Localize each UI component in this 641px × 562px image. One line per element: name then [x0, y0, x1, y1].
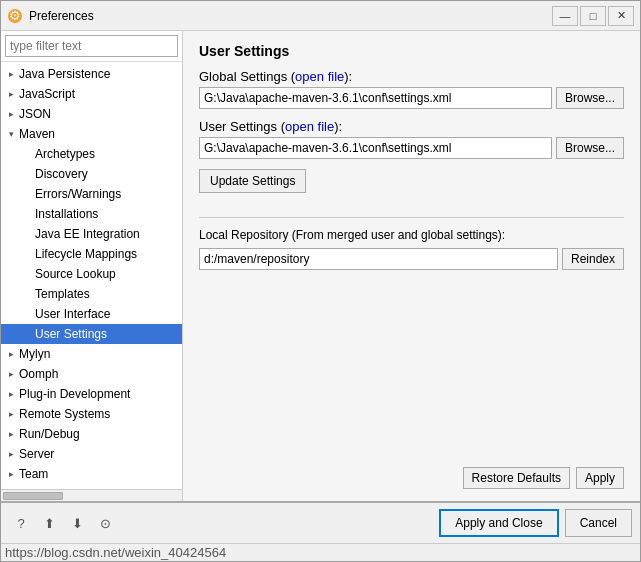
reindex-button[interactable]: Reindex	[562, 248, 624, 270]
close-button[interactable]: ✕	[608, 6, 634, 26]
tree-item-team[interactable]: ▸Team	[1, 464, 182, 484]
apply-button[interactable]: Apply	[576, 467, 624, 489]
user-settings-label: User Settings (open file):	[199, 119, 624, 134]
tree-expander-source-lookup	[21, 268, 33, 280]
tree-item-java-persistence[interactable]: ▸Java Persistence	[1, 64, 182, 84]
tree-expander-archetypes	[21, 148, 33, 160]
tree-label-json: JSON	[19, 107, 51, 121]
update-settings-container: Update Settings	[199, 169, 624, 193]
tree-label-team: Team	[19, 467, 48, 481]
status-bar: https://blog.csdn.net/weixin_40424564	[1, 543, 640, 561]
settings-button[interactable]: ⊙	[93, 511, 117, 535]
tree-expander-templates	[21, 288, 33, 300]
tree-expander-team: ▸	[5, 468, 17, 480]
tree-item-mylyn[interactable]: ▸Mylyn	[1, 344, 182, 364]
export-button[interactable]: ⬆	[37, 511, 61, 535]
update-settings-button[interactable]: Update Settings	[199, 169, 306, 193]
tree-label-javascript: JavaScript	[19, 87, 75, 101]
global-settings-row: Browse...	[199, 87, 624, 109]
tree-item-javascript[interactable]: ▸JavaScript	[1, 84, 182, 104]
user-open-file-link[interactable]: open file	[285, 119, 334, 134]
window-icon: ⚙	[7, 8, 23, 24]
tree-expander-oomph: ▸	[5, 368, 17, 380]
restore-defaults-button[interactable]: Restore Defaults	[463, 467, 570, 489]
local-repo-input[interactable]	[199, 248, 558, 270]
help-button[interactable]: ?	[9, 511, 33, 535]
filter-input[interactable]	[5, 35, 178, 57]
maximize-button[interactable]: □	[580, 6, 606, 26]
tree-label-maven: Maven	[19, 127, 55, 141]
tree-item-source-lookup[interactable]: Source Lookup	[1, 264, 182, 284]
tree-expander-installations	[21, 208, 33, 220]
tree-expander-user-settings	[21, 328, 33, 340]
tree-label-remote-systems: Remote Systems	[19, 407, 110, 421]
spacer	[199, 280, 624, 457]
tree-expander-mylyn: ▸	[5, 348, 17, 360]
tree-label-errors-warnings: Errors/Warnings	[35, 187, 121, 201]
tree-label-lifecycle-mappings: Lifecycle Mappings	[35, 247, 137, 261]
title-bar: ⚙ Preferences — □ ✕	[1, 1, 640, 31]
scrollbar-thumb	[3, 492, 63, 500]
right-panel: User Settings Global Settings (open file…	[183, 31, 640, 501]
tree-item-discovery[interactable]: Discovery	[1, 164, 182, 184]
minimize-button[interactable]: —	[552, 6, 578, 26]
settings-icon: ⊙	[100, 516, 111, 531]
tree-expander-maven: ▾	[5, 128, 17, 140]
tree-item-user-settings[interactable]: User Settings	[1, 324, 182, 344]
local-repo-group: Local Repository (From merged user and g…	[199, 228, 624, 270]
tree-item-json[interactable]: ▸JSON	[1, 104, 182, 124]
tree-container: ▸Java Persistence▸JavaScript▸JSON▾MavenA…	[1, 62, 182, 489]
tree-expander-discovery	[21, 168, 33, 180]
tree-item-user-interface[interactable]: User Interface	[1, 304, 182, 324]
tree-item-oomph[interactable]: ▸Oomph	[1, 364, 182, 384]
tree-item-server[interactable]: ▸Server	[1, 444, 182, 464]
tree-label-discovery: Discovery	[35, 167, 88, 181]
tree-item-remote-systems[interactable]: ▸Remote Systems	[1, 404, 182, 424]
global-settings-label: Global Settings (open file):	[199, 69, 624, 84]
tree-item-templates[interactable]: Templates	[1, 284, 182, 304]
tree-item-maven[interactable]: ▾Maven	[1, 124, 182, 144]
tree-label-mylyn: Mylyn	[19, 347, 50, 361]
tree-label-oomph: Oomph	[19, 367, 58, 381]
filter-container	[1, 31, 182, 62]
tree-expander-errors-warnings	[21, 188, 33, 200]
help-icon: ?	[17, 516, 24, 531]
global-open-file-link[interactable]: open file	[295, 69, 344, 84]
apply-and-close-button[interactable]: Apply and Close	[439, 509, 558, 537]
window-title: Preferences	[29, 9, 552, 23]
user-settings-row: Browse...	[199, 137, 624, 159]
tree-expander-java-persistence: ▸	[5, 68, 17, 80]
global-settings-input[interactable]	[199, 87, 552, 109]
tree-item-run-debug[interactable]: ▸Run/Debug	[1, 424, 182, 444]
right-bottom-bar: Restore Defaults Apply	[199, 457, 624, 489]
tree-label-templates: Templates	[35, 287, 90, 301]
tree-item-lifecycle-mappings[interactable]: Lifecycle Mappings	[1, 244, 182, 264]
tree-expander-remote-systems: ▸	[5, 408, 17, 420]
import-button[interactable]: ⬇	[65, 511, 89, 535]
tree-item-plugin-development[interactable]: ▸Plug-in Development	[1, 384, 182, 404]
tree-label-java-ee-integration: Java EE Integration	[35, 227, 140, 241]
main-content: ▸Java Persistence▸JavaScript▸JSON▾MavenA…	[1, 31, 640, 501]
window-controls: — □ ✕	[552, 6, 634, 26]
preferences-window: ⚙ Preferences — □ ✕ ▸Java Persistence▸Ja…	[0, 0, 641, 562]
tree-item-errors-warnings[interactable]: Errors/Warnings	[1, 184, 182, 204]
export-icon: ⬆	[44, 516, 55, 531]
tree-label-source-lookup: Source Lookup	[35, 267, 116, 281]
status-text: https://blog.csdn.net/weixin_40424564	[5, 545, 226, 560]
tree-expander-run-debug: ▸	[5, 428, 17, 440]
tree-expander-user-interface	[21, 308, 33, 320]
tree-item-archetypes[interactable]: Archetypes	[1, 144, 182, 164]
tree-item-installations[interactable]: Installations	[1, 204, 182, 224]
horizontal-scrollbar[interactable]	[1, 489, 182, 501]
left-panel: ▸Java Persistence▸JavaScript▸JSON▾MavenA…	[1, 31, 183, 501]
user-settings-input[interactable]	[199, 137, 552, 159]
tree-label-user-settings: User Settings	[35, 327, 107, 341]
global-browse-button[interactable]: Browse...	[556, 87, 624, 109]
import-icon: ⬇	[72, 516, 83, 531]
svg-text:⚙: ⚙	[9, 8, 21, 23]
user-browse-button[interactable]: Browse...	[556, 137, 624, 159]
cancel-button[interactable]: Cancel	[565, 509, 632, 537]
divider	[199, 217, 624, 218]
tree-item-java-ee-integration[interactable]: Java EE Integration	[1, 224, 182, 244]
local-repo-label: Local Repository (From merged user and g…	[199, 228, 624, 242]
